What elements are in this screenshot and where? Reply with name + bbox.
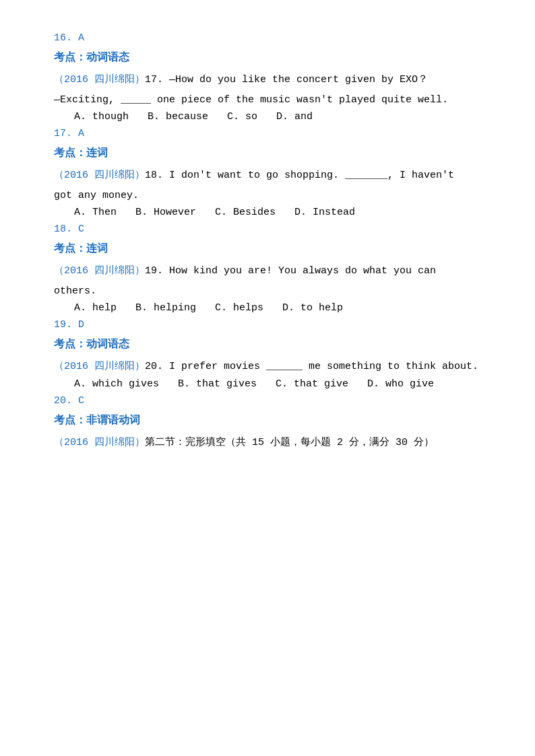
section-title: 考点：动词语态	[54, 337, 495, 351]
section-title: 考点：连词	[54, 242, 495, 256]
option-item: A. though	[74, 111, 129, 123]
answer-17.A: 17. A	[54, 128, 495, 139]
option-item: D. who give	[367, 378, 434, 390]
option-item: C. so	[227, 111, 257, 123]
options-line: A. which givesB. that givesC. that giveD…	[74, 378, 495, 390]
question-source: （2016 四川绵阳）	[54, 437, 145, 448]
question-line: others.	[54, 283, 495, 300]
question-block-20: （2016 四川绵阳）20. I prefer movies ______ me…	[54, 358, 495, 390]
question-line: （2016 四川绵阳）19. How kind you are! You alw…	[54, 263, 495, 280]
question-block-18: （2016 四川绵阳）18. I don't want to go shoppi…	[54, 167, 495, 218]
section-title: 考点：动词语态	[54, 50, 495, 65]
option-item: A. which gives	[74, 378, 159, 390]
question-source: （2016 四川绵阳）	[54, 361, 145, 372]
question-block-section2: （2016 四川绵阳）第二节：完形填空（共 15 小题，每小题 2 分，满分 3…	[54, 434, 495, 452]
question-line: （2016 四川绵阳）第二节：完形填空（共 15 小题，每小题 2 分，满分 3…	[54, 434, 495, 452]
question-block-19: （2016 四川绵阳）19. How kind you are! You alw…	[54, 263, 495, 314]
question-line: （2016 四川绵阳）18. I don't want to go shoppi…	[54, 167, 495, 184]
options-line: A. helpB. helpingC. helpsD. to help	[74, 302, 495, 314]
option-item: D. Instead	[294, 207, 355, 218]
section-title: 考点：非谓语动词	[54, 413, 495, 427]
answer-18.C: 18. C	[54, 224, 495, 235]
question-line: （2016 四川绵阳）17. —How do you like the conc…	[54, 71, 495, 89]
question-line: —Exciting, _____ one piece of the music …	[54, 92, 495, 109]
answer-20.C: 20. C	[54, 395, 495, 407]
option-item: C. Besides	[215, 207, 276, 218]
option-item: B. because	[148, 111, 208, 123]
options-line: A. ThenB. HoweverC. BesidesD. Instead	[74, 207, 495, 218]
option-item: A. Then	[74, 207, 117, 218]
page-content: 16. A考点：动词语态（2016 四川绵阳）17. —How do you l…	[54, 32, 495, 451]
option-item: C. that give	[276, 378, 348, 390]
question-line: （2016 四川绵阳）20. I prefer movies ______ me…	[54, 358, 495, 376]
question-block-17: （2016 四川绵阳）17. —How do you like the conc…	[54, 71, 495, 123]
option-item: D. and	[276, 111, 313, 123]
option-item: B. helping	[135, 302, 196, 314]
options-line: A. thoughB. becauseC. soD. and	[74, 111, 495, 123]
question-line: got any money.	[54, 187, 495, 205]
answer-19.D: 19. D	[54, 319, 495, 331]
question-source: （2016 四川绵阳）	[54, 74, 145, 85]
option-item: B. that gives	[178, 378, 257, 390]
option-item: B. However	[135, 207, 196, 218]
answer-16.A: 16. A	[54, 32, 495, 44]
option-item: D. to help	[282, 302, 343, 314]
section-title: 考点：连词	[54, 146, 495, 160]
question-source: （2016 四川绵阳）	[54, 170, 145, 181]
option-item: C. helps	[215, 302, 263, 314]
question-source: （2016 四川绵阳）	[54, 265, 145, 277]
option-item: A. help	[74, 302, 117, 314]
